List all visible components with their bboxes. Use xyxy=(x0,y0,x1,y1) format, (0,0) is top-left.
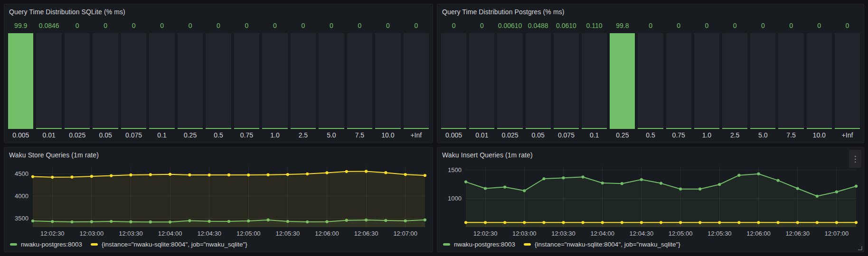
panel-title: Query Time Distribution SQLite (% ms) xyxy=(9,8,125,16)
bar-x-label: 7.5 xyxy=(347,129,372,140)
legend-item-sqlite[interactable]: {instance="nwaku-sqlite:8004", job="nwak… xyxy=(91,241,247,248)
timeseries-svg[interactable]: 35004000450012:02:3012:03:0012:03:3012:0… xyxy=(8,163,429,238)
histogram-postgres: 00.00500.010.006100.0250.04880.050.06100… xyxy=(441,20,860,140)
bar-x-label: 0.025 xyxy=(65,129,90,140)
bar-track xyxy=(65,33,90,129)
histogram-bar-0.05: 00.05 xyxy=(93,20,118,140)
data-point xyxy=(267,174,270,176)
bar-value-label: 0 xyxy=(778,20,803,31)
bar-fill xyxy=(469,128,494,129)
x-tick-label: 12:05:30 xyxy=(708,230,732,237)
bar-x-label: 0.5 xyxy=(638,129,663,140)
histogram-bar-2.5: 02.5 xyxy=(722,20,747,140)
x-tick-label: 12:06:30 xyxy=(785,230,810,237)
panel-query-time-sqlite: Query Time Distribution SQLite (% ms) 99… xyxy=(4,4,433,143)
y-tick-label: 1500 xyxy=(448,166,462,174)
histogram-bar-0.1: 0.1100.1 xyxy=(582,20,607,140)
data-point xyxy=(777,179,780,182)
legend-label: nwaku-postgres:8003 xyxy=(21,241,82,248)
bar-x-label: 0.01 xyxy=(469,129,494,140)
data-point xyxy=(601,221,604,224)
bar-value-label: 0 xyxy=(750,20,775,31)
bar-track xyxy=(36,33,61,129)
histogram-bar-0.5: 00.5 xyxy=(638,20,663,140)
legend: nwaku-postgres:8003 {instance="nwaku-sql… xyxy=(443,239,680,249)
bar-fill xyxy=(526,128,551,129)
data-point xyxy=(757,221,760,224)
data-point xyxy=(484,221,487,224)
bar-value-label: 0 xyxy=(835,20,860,31)
bar-x-label: 0.1 xyxy=(149,129,174,140)
histogram-bar-0.01: 00.01 xyxy=(469,20,494,140)
data-point xyxy=(621,182,623,185)
data-point xyxy=(835,191,838,193)
bar-x-label: 2.5 xyxy=(722,129,747,140)
data-point xyxy=(698,221,701,224)
bar-fill xyxy=(441,128,466,129)
bar-x-label: 0.01 xyxy=(36,129,61,140)
bar-x-label: 0.005 xyxy=(441,129,466,140)
store-queries-chart[interactable]: 35004000450012:02:3012:03:0012:03:3012:0… xyxy=(8,163,429,238)
histogram-bar-0.25: 00.25 xyxy=(178,20,203,140)
bar-track xyxy=(404,33,429,129)
histogram-bar-0.005: 00.005 xyxy=(441,20,466,140)
bar-fill xyxy=(234,128,259,129)
legend-item-postgres[interactable]: nwaku-postgres:8003 xyxy=(443,241,515,248)
bar-track xyxy=(835,33,860,129)
data-point xyxy=(660,182,662,185)
data-point xyxy=(503,185,506,188)
bar-value-label: 99.9 xyxy=(8,20,33,31)
histogram-bar-+Inf: 0+Inf xyxy=(404,20,429,140)
bar-value-label: 0.0610 xyxy=(554,20,579,31)
legend-item-postgres[interactable]: nwaku-postgres:8003 xyxy=(10,241,82,248)
panel-query-time-postgres: Query Time Distribution Postgres (% ms) … xyxy=(437,4,864,143)
bar-value-label: 0 xyxy=(807,20,832,31)
histogram-bar-0.75: 00.75 xyxy=(234,20,259,140)
data-point xyxy=(737,174,740,177)
data-point xyxy=(169,173,171,176)
histogram-bar-+Inf: 0+Inf xyxy=(835,20,860,140)
legend-item-sqlite[interactable]: {instance="nwaku-sqlite:8004", job="nwak… xyxy=(524,241,680,248)
data-point xyxy=(562,176,565,179)
bar-track xyxy=(291,33,316,129)
panel-resize-handle[interactable] xyxy=(858,246,862,250)
data-point xyxy=(149,173,152,176)
bar-fill xyxy=(807,128,832,129)
y-tick-label: 3500 xyxy=(15,215,28,222)
bar-x-label: 0.25 xyxy=(178,129,203,140)
bar-track xyxy=(347,33,372,129)
histogram-bar-2.5: 02.5 xyxy=(291,20,316,140)
panel-header[interactable]: Query Time Distribution SQLite (% ms) xyxy=(4,4,433,18)
bar-x-label: 0.005 xyxy=(8,129,33,140)
data-point xyxy=(582,221,585,224)
data-point xyxy=(523,189,526,192)
histogram-bar-0.025: 0.006100.025 xyxy=(497,20,522,140)
bar-value-label: 0 xyxy=(347,20,372,31)
histogram-bar-1.0: 01.0 xyxy=(694,20,719,140)
bar-fill xyxy=(582,128,607,129)
bar-value-label: 0 xyxy=(666,20,691,31)
panel-header[interactable]: Waku Insert Queries (1m rate) xyxy=(437,147,864,162)
data-point xyxy=(542,221,545,224)
bar-x-label: 0.25 xyxy=(610,129,635,140)
bar-value-label: 0 xyxy=(121,20,146,31)
histogram-bar-0.75: 00.75 xyxy=(666,20,691,140)
timeseries-svg[interactable]: 1000150012:02:3012:03:0012:03:3012:04:00… xyxy=(441,163,860,238)
panel-title: Query Time Distribution Postgres (% ms) xyxy=(442,8,565,16)
y-tick-label: 4000 xyxy=(15,192,28,200)
histogram-bar-0.5: 00.5 xyxy=(206,20,231,140)
panel-header[interactable]: Query Time Distribution Postgres (% ms) xyxy=(437,4,864,18)
x-tick-label: 12:07:00 xyxy=(393,230,417,237)
bar-fill xyxy=(694,128,719,129)
bar-track xyxy=(638,33,663,129)
data-point xyxy=(640,221,643,224)
data-point xyxy=(424,174,426,177)
bar-value-label: 0 xyxy=(206,20,231,31)
insert-queries-chart[interactable]: 1000150012:02:3012:03:0012:03:3012:04:00… xyxy=(441,163,860,238)
data-point xyxy=(404,173,407,176)
data-point xyxy=(757,173,760,175)
legend-label: nwaku-postgres:8003 xyxy=(454,241,515,248)
histogram-bar-0.05: 0.04880.05 xyxy=(526,20,551,140)
bar-fill xyxy=(750,128,775,129)
panel-header[interactable]: Waku Store Queries (1m rate) xyxy=(4,147,433,162)
